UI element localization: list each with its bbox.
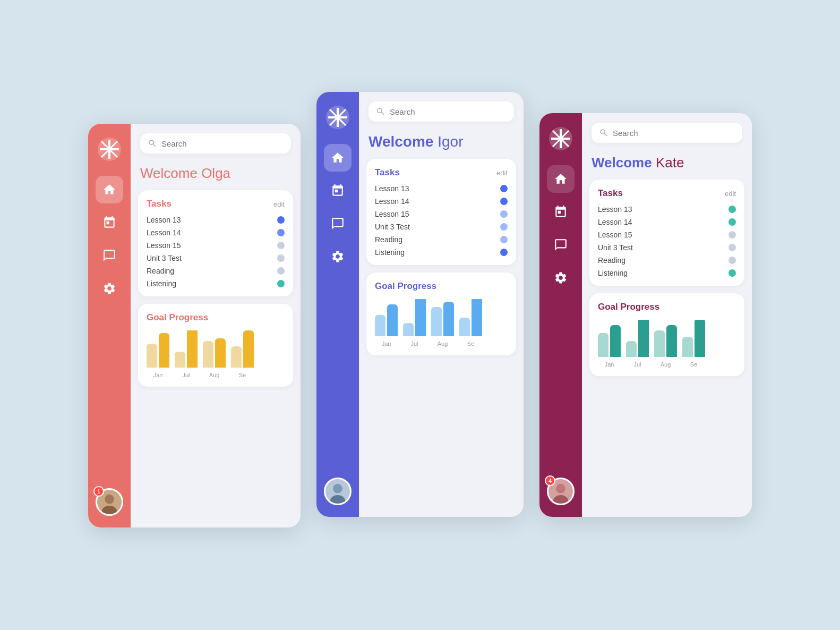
welcome-igor: Welcome Igor [359, 127, 524, 159]
task-dot [500, 210, 508, 218]
goal-title-igor: Goal Progress [375, 281, 508, 292]
sidebar-nav-olga [96, 176, 123, 488]
tasks-title-igor: Tasks [375, 167, 400, 178]
user-name-olga: Olga [201, 165, 230, 181]
sidebar-chat-igor[interactable] [324, 210, 352, 237]
task-item: Listening [375, 248, 508, 257]
task-item: Lesson 14 [375, 197, 508, 206]
content-scroll-olga: Welcome Olga Tasks edit Lesson 13 [131, 159, 301, 527]
bar-label: Se [239, 372, 246, 378]
avatar-igor-wrap[interactable] [324, 478, 352, 505]
avatar-olga-wrap[interactable]: 1 [96, 488, 123, 516]
task-name: Lesson 13 [598, 205, 632, 214]
user-name-kate: Kate [656, 155, 684, 171]
sidebar-settings-olga[interactable] [96, 275, 123, 302]
sidebar-home-kate[interactable] [547, 165, 575, 193]
task-name: Unit 3 Test [375, 223, 410, 231]
task-name: Lesson 13 [147, 216, 181, 224]
sidebar-calendar-kate[interactable] [547, 198, 575, 226]
sidebar-home-olga[interactable] [96, 176, 123, 203]
task-dot [500, 249, 508, 256]
task-name: Reading [375, 235, 402, 244]
sidebar-settings-kate[interactable] [547, 264, 575, 292]
sidebar-chat-kate[interactable] [547, 231, 575, 259]
sidebar-calendar-olga[interactable] [96, 209, 123, 236]
bar-label: Se [467, 340, 474, 347]
search-input-igor[interactable] [390, 107, 507, 116]
goal-title-olga: Goal Progress [147, 312, 285, 323]
bar-chart-igor: Jan Jul Aug Se [375, 299, 508, 347]
task-item: Lesson 15 [375, 210, 508, 218]
task-name: Reading [598, 256, 625, 265]
sidebar-home-igor[interactable] [324, 144, 352, 172]
task-item: Lesson 15 [147, 241, 285, 250]
bar-group: Aug [431, 302, 454, 347]
search-wrap-kate [582, 113, 752, 148]
task-dot [277, 229, 285, 236]
task-name: Listening [598, 269, 628, 277]
task-list-igor: Lesson 13 Lesson 14 Lesson 15 Unit [375, 184, 508, 257]
task-name: Lesson 14 [375, 197, 409, 206]
sidebar-calendar-igor[interactable] [324, 177, 352, 205]
bar-group: Se [231, 330, 254, 378]
svg-rect-6 [100, 148, 119, 150]
search-wrap-igor [359, 92, 524, 127]
bar-label: Aug [438, 340, 448, 347]
task-dot [277, 242, 285, 249]
welcome-kate: Welcome Kate [582, 148, 752, 180]
edit-button-kate[interactable]: edit [725, 190, 736, 198]
tasks-header-igor: Tasks edit [375, 167, 508, 178]
goal-card-olga: Goal Progress Jan Jul Aug [138, 304, 293, 387]
logo-igor [324, 104, 352, 131]
task-item: Lesson 13 [375, 184, 508, 193]
task-item: Unit 3 Test [375, 223, 508, 231]
search-icon-kate [599, 128, 608, 138]
tasks-header-olga: Tasks edit [147, 199, 285, 209]
avatar-kate-wrap[interactable]: 4 [547, 478, 575, 505]
sidebar-igor [316, 92, 359, 517]
tasks-card-kate: Tasks edit Lesson 13 Lesson 14 [589, 180, 744, 286]
svg-rect-16 [328, 116, 347, 118]
task-dot [277, 254, 285, 262]
sidebar-settings-igor[interactable] [324, 243, 352, 270]
bar-group: Se [682, 320, 705, 368]
task-item: Lesson 13 [147, 216, 285, 224]
task-dot [728, 244, 736, 251]
edit-button-igor[interactable]: edit [496, 169, 508, 177]
task-name: Lesson 13 [375, 184, 409, 193]
welcome-olga: Welcome Olga [131, 159, 301, 190]
bar-label: Se [690, 361, 697, 368]
bar-group: Se [459, 299, 482, 347]
sidebar-chat-olga[interactable] [96, 242, 123, 269]
main-content-igor: Welcome Igor Tasks edit Lesson 13 [359, 92, 524, 517]
task-item: Listening [598, 269, 736, 277]
task-name: Unit 3 Test [598, 243, 633, 252]
uk-flag-icon [98, 138, 121, 161]
tasks-title-kate: Tasks [598, 188, 623, 199]
search-bar-olga[interactable] [140, 133, 291, 154]
search-bar-igor[interactable] [368, 101, 514, 122]
bar-label: Jul [633, 361, 641, 368]
search-input-kate[interactable] [613, 129, 735, 138]
task-item: Unit 3 Test [598, 243, 736, 252]
task-dot [728, 206, 736, 213]
edit-button-olga[interactable]: edit [273, 200, 285, 208]
sidebar-nav-kate [547, 165, 575, 478]
content-scroll-igor: Welcome Igor Tasks edit Lesson 13 [359, 127, 524, 517]
bar-chart-kate: Jan Jul Aug Se [598, 320, 736, 368]
task-name: Lesson 15 [375, 210, 409, 218]
bar-group: Jan [598, 325, 621, 368]
task-dot [500, 185, 508, 192]
task-dot [500, 198, 508, 205]
main-content-kate: Welcome Kate Tasks edit Lesson 13 [582, 113, 752, 517]
search-input-olga[interactable] [161, 139, 284, 148]
welcome-title-igor: Welcome Igor [368, 133, 514, 150]
phone-kate: 4 Welcome Kate [539, 113, 752, 517]
task-item: Lesson 14 [147, 228, 285, 237]
bar-group: Jul [626, 320, 649, 368]
tasks-header-kate: Tasks edit [598, 188, 736, 199]
task-name: Lesson 14 [598, 218, 632, 226]
search-bar-kate[interactable] [592, 123, 742, 143]
logo-kate [547, 125, 575, 152]
task-dot [728, 257, 736, 264]
